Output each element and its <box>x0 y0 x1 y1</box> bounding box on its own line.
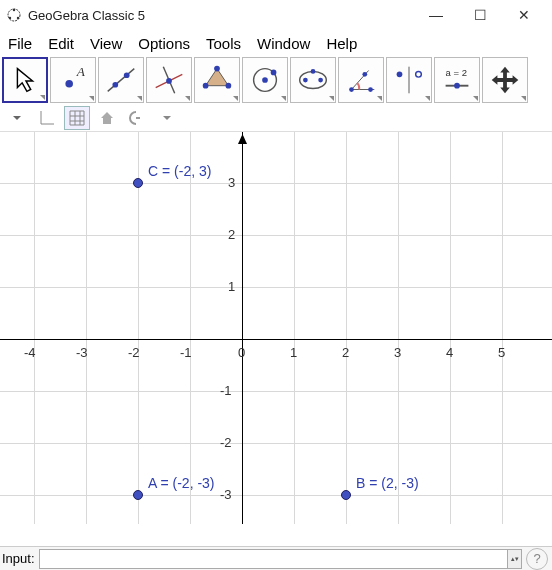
polygon-tool[interactable] <box>194 57 240 103</box>
svg-point-20 <box>303 78 308 83</box>
move-tool[interactable] <box>2 57 48 103</box>
angle-tool[interactable] <box>338 57 384 103</box>
svg-point-33 <box>454 83 460 89</box>
point-A[interactable] <box>133 490 143 500</box>
svg-line-6 <box>108 69 135 92</box>
point-label-B: B = (2, -3) <box>356 475 419 491</box>
input-history-spinner[interactable]: ▴▾ <box>508 549 522 569</box>
slider-tool[interactable]: a = 2 <box>434 57 480 103</box>
svg-point-2 <box>17 17 19 19</box>
point-capture-icon[interactable] <box>124 106 150 130</box>
title-bar: GeoGebra Classic 5 — ☐ ✕ <box>0 0 552 30</box>
point-label-A: A = (-2, -3) <box>148 475 215 491</box>
menu-edit[interactable]: Edit <box>42 33 80 54</box>
x-tick-label: 4 <box>446 345 453 360</box>
y-tick-label: 3 <box>228 175 235 190</box>
ellipse-tool[interactable] <box>290 57 336 103</box>
y-tick-label: -3 <box>220 487 232 502</box>
svg-text:A: A <box>76 64 86 79</box>
gridline-v <box>450 132 451 524</box>
y-axis-arrow <box>238 132 247 147</box>
x-tick-label: 3 <box>394 345 401 360</box>
svg-point-25 <box>349 87 354 92</box>
x-tick-label: 1 <box>290 345 297 360</box>
svg-point-8 <box>124 72 130 78</box>
menu-bar: File Edit View Options Tools Window Help <box>0 30 552 56</box>
input-help-icon[interactable]: ? <box>526 548 548 570</box>
gridline-v <box>398 132 399 524</box>
y-tick-label: 2 <box>228 227 235 242</box>
point-label-C: C = (-2, 3) <box>148 163 211 179</box>
svg-text:a = 2: a = 2 <box>446 67 467 78</box>
gridline-v <box>346 132 347 524</box>
svg-point-14 <box>226 83 232 89</box>
minimize-button[interactable]: — <box>414 1 458 29</box>
menu-view[interactable]: View <box>84 33 128 54</box>
point-C[interactable] <box>133 178 143 188</box>
menu-help[interactable]: Help <box>320 33 363 54</box>
gridline-h <box>0 443 552 444</box>
y-tick-label: -1 <box>220 383 232 398</box>
x-tick-label: -2 <box>128 345 140 360</box>
svg-point-17 <box>262 77 268 83</box>
svg-point-7 <box>112 82 118 88</box>
gridline-h <box>0 391 552 392</box>
svg-point-27 <box>362 72 367 77</box>
app-icon <box>6 7 22 23</box>
y-axis <box>242 132 243 524</box>
y-tick-label: 1 <box>228 279 235 294</box>
svg-point-11 <box>166 78 172 84</box>
menu-tools[interactable]: Tools <box>200 33 247 54</box>
perpendicular-tool[interactable] <box>146 57 192 103</box>
toolbar: A a = 2 <box>0 56 552 104</box>
svg-point-21 <box>318 78 323 83</box>
grid-toggle[interactable] <box>64 106 90 130</box>
svg-point-22 <box>311 69 316 74</box>
input-label: Input: <box>0 551 39 566</box>
maximize-button[interactable]: ☐ <box>458 1 502 29</box>
svg-point-4 <box>65 80 73 88</box>
gridline-h <box>0 495 552 496</box>
axes-toggle[interactable] <box>34 106 60 130</box>
svg-point-15 <box>203 83 209 89</box>
gridline-v <box>502 132 503 524</box>
home-icon[interactable] <box>94 106 120 130</box>
x-tick-label: -4 <box>24 345 36 360</box>
x-tick-label: 2 <box>342 345 349 360</box>
y-tick-label: -2 <box>220 435 232 450</box>
gridline-v <box>138 132 139 524</box>
svg-point-30 <box>416 71 422 77</box>
point-B[interactable] <box>341 490 351 500</box>
svg-point-18 <box>271 70 277 76</box>
graphics-view[interactable]: -4-3-2-1012345-3-2-1123A = (-2, -3)B = (… <box>0 132 552 524</box>
x-axis <box>0 339 552 340</box>
close-button[interactable]: ✕ <box>502 1 546 29</box>
circle-center-tool[interactable] <box>242 57 288 103</box>
x-tick-label: 0 <box>238 345 245 360</box>
gridline-v <box>294 132 295 524</box>
view-collapse-icon[interactable] <box>4 106 30 130</box>
svg-point-3 <box>13 9 15 11</box>
move-view-tool[interactable] <box>482 57 528 103</box>
gridline-h <box>0 235 552 236</box>
line-tool[interactable] <box>98 57 144 103</box>
view-bar <box>0 104 552 132</box>
svg-point-13 <box>214 66 220 72</box>
input-field[interactable] <box>39 549 508 569</box>
window-title: GeoGebra Classic 5 <box>28 8 414 23</box>
gridline-v <box>34 132 35 524</box>
dropdown-icon[interactable] <box>154 106 180 130</box>
x-tick-label: -1 <box>180 345 192 360</box>
menu-window[interactable]: Window <box>251 33 316 54</box>
gridline-v <box>86 132 87 524</box>
svg-point-1 <box>9 17 11 19</box>
reflect-tool[interactable] <box>386 57 432 103</box>
svg-point-26 <box>368 87 373 92</box>
menu-options[interactable]: Options <box>132 33 196 54</box>
menu-file[interactable]: File <box>2 33 38 54</box>
svg-point-29 <box>397 71 403 77</box>
gridline-v <box>190 132 191 524</box>
gridline-h <box>0 183 552 184</box>
point-tool[interactable]: A <box>50 57 96 103</box>
x-tick-label: 5 <box>498 345 505 360</box>
